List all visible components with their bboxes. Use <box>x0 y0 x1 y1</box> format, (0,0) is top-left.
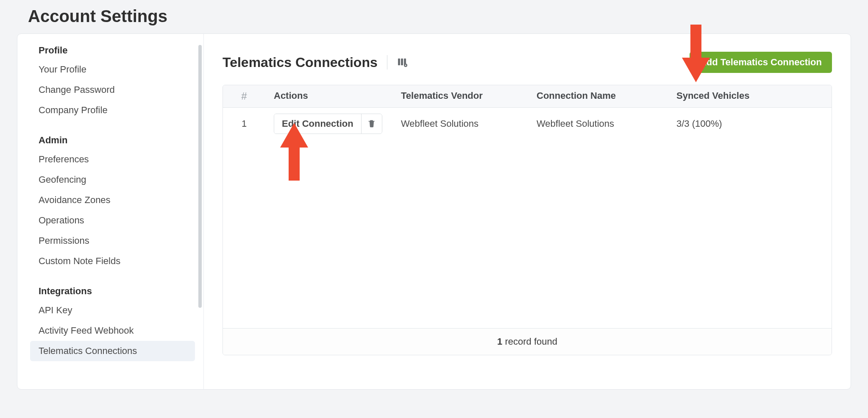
sidebar-heading-admin: Admin <box>17 133 203 149</box>
sidebar-item-change-password[interactable]: Change Password <box>17 80 203 100</box>
delete-connection-button[interactable] <box>362 114 382 134</box>
settings-panel: Profile Your Profile Change Password Com… <box>17 33 851 390</box>
record-count: 1 <box>497 336 502 347</box>
sidebar-item-avoidance-zones[interactable]: Avoidance Zones <box>17 190 203 210</box>
table-row: 1 Edit Connection Webfl <box>223 108 832 140</box>
table-footer: 1 record found <box>223 328 832 355</box>
main-title: Telematics Connections <box>223 55 378 70</box>
record-suffix: record found <box>502 336 557 347</box>
cell-index: 1 <box>223 118 265 129</box>
sidebar-item-your-profile[interactable]: Your Profile <box>17 59 203 80</box>
svg-rect-1 <box>401 59 403 65</box>
sidebar-item-telematics-connections[interactable]: Telematics Connections <box>30 341 195 361</box>
main-content: Telematics Connections Add Telematics Co… <box>204 34 851 389</box>
col-header-connection-name: Connection Name <box>537 90 676 102</box>
sidebar-heading-integrations: Integrations <box>17 284 203 300</box>
cell-vendor: Webfleet Solutions <box>401 118 537 129</box>
sidebar-heading-profile: Profile <box>17 43 203 59</box>
divider <box>387 55 387 70</box>
svg-point-4 <box>405 65 406 66</box>
trash-icon <box>367 119 376 129</box>
sidebar-item-activity-feed-webhook[interactable]: Activity Feed Webhook <box>17 320 203 341</box>
sidebar-item-geofencing[interactable]: Geofencing <box>17 170 203 190</box>
col-header-synced-vehicles: Synced Vehicles <box>676 90 795 102</box>
cell-synced: 3/3 (100%) <box>676 118 795 129</box>
add-telematics-connection-button[interactable]: Add Telematics Connection <box>690 52 832 73</box>
cell-connection-name: Webfleet Solutions <box>537 118 676 129</box>
col-header-index: # <box>223 90 265 102</box>
sidebar-item-operations[interactable]: Operations <box>17 210 203 231</box>
columns-settings-icon[interactable] <box>397 57 408 67</box>
connections-table: # Actions Telematics Vendor Connection N… <box>223 85 832 355</box>
annotation-arrow-up-icon <box>280 123 308 181</box>
col-header-actions: Actions <box>265 90 401 102</box>
sidebar-item-custom-note-fields[interactable]: Custom Note Fields <box>17 251 203 271</box>
page-title: Account Settings <box>17 0 851 33</box>
sidebar: Profile Your Profile Change Password Com… <box>17 34 204 389</box>
sidebar-scrollbar[interactable] <box>198 45 202 308</box>
sidebar-item-preferences[interactable]: Preferences <box>17 149 203 170</box>
sidebar-item-company-profile[interactable]: Company Profile <box>17 100 203 120</box>
svg-rect-0 <box>398 59 400 65</box>
col-header-vendor: Telematics Vendor <box>401 90 537 102</box>
sidebar-item-permissions[interactable]: Permissions <box>17 231 203 251</box>
annotation-arrow-down-icon <box>682 25 710 82</box>
sidebar-item-api-key[interactable]: API Key <box>17 300 203 320</box>
